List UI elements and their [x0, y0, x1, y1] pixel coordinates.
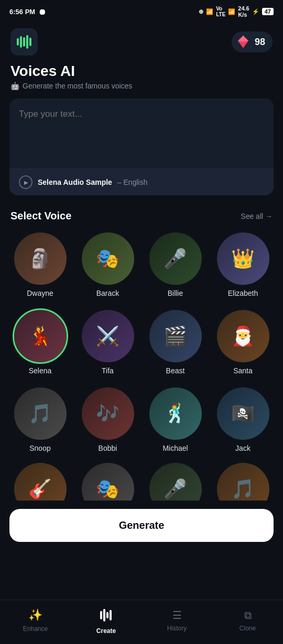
- voice-item-partial[interactable]: 🎤: [142, 459, 209, 501]
- nav-label-create: Create: [96, 627, 116, 635]
- voice-name: Jack: [235, 444, 251, 452]
- bottom-nav: ✨ Enhance Create ☰ History ⧉ Clone: [0, 599, 283, 644]
- signal-text: VoLTE: [216, 6, 225, 17]
- avatar-circle: 🎭: [82, 232, 134, 285]
- avatar-wrapper: 🗿: [14, 232, 67, 285]
- avatar-circle: 👑: [217, 232, 269, 285]
- voice-item-partial[interactable]: 🎸: [6, 459, 74, 501]
- voice-item-billie[interactable]: 🎤Billie: [142, 228, 209, 304]
- avatar-circle: 🗿: [14, 232, 67, 285]
- voice-name: Tifa: [102, 367, 114, 375]
- voice-name: Beast: [166, 367, 185, 375]
- avatar-wrapper: 🎬: [149, 310, 202, 362]
- voice-name: Michael: [162, 444, 188, 452]
- status-right: ⊕ 📶 VoLTE 📶 24.6K/s ⚡ 47: [199, 5, 274, 18]
- data-speed: 24.6K/s: [238, 5, 249, 18]
- see-all-button[interactable]: See all →: [241, 212, 273, 220]
- text-input[interactable]: [9, 98, 274, 166]
- nav-item-clone[interactable]: ⧉ Clone: [227, 609, 269, 632]
- logo-waves: [17, 35, 31, 49]
- voice-partial-row: 🎸🎭🎤🎵: [0, 459, 283, 501]
- svg-rect-4: [106, 612, 108, 618]
- avatar-wrapper: 🕺: [149, 387, 202, 440]
- voice-item-santa[interactable]: 🎅Santa: [209, 306, 277, 381]
- play-button[interactable]: ▶: [19, 175, 32, 189]
- voice-section-title: Select Voice: [10, 210, 71, 222]
- robot-emoji: 🤖: [10, 82, 19, 90]
- avatar-circle-partial: 🎤: [149, 463, 202, 501]
- voice-name: Bobbi: [99, 444, 117, 452]
- voice-item-beast[interactable]: 🎬Beast: [142, 306, 209, 381]
- subtitle-text: Generate the most famous voices: [23, 82, 132, 90]
- charge-icon: ⚡: [252, 8, 259, 15]
- text-input-section[interactable]: ▶ Selena Audio Sample – English: [9, 98, 274, 195]
- voice-item-partial[interactable]: 🎭: [74, 459, 142, 501]
- voice-name: Barack: [96, 289, 119, 297]
- voice-item-barack[interactable]: 🎭Barack: [74, 228, 142, 304]
- header: 98: [0, 21, 283, 61]
- voice-name: Selena: [29, 367, 52, 375]
- voice-item-bobbi[interactable]: 🎶Bobbi: [74, 383, 142, 459]
- audio-sample-label: Selena Audio Sample: [38, 178, 112, 186]
- time: 6:56 PM: [9, 8, 35, 16]
- avatar-circle: 🎶: [82, 387, 134, 440]
- status-bar: 6:56 PM ⏺ ⊕ 📶 VoLTE 📶 24.6K/s ⚡ 47: [0, 0, 283, 21]
- nav-item-create[interactable]: Create: [85, 606, 127, 635]
- app-subtitle: 🤖 Generate the most famous voices: [10, 82, 273, 90]
- avatar-ring-active: [13, 308, 68, 364]
- credits-pill[interactable]: 98: [232, 31, 273, 52]
- nav-label-clone: Clone: [240, 625, 256, 632]
- voice-item-michael[interactable]: 🕺Michael: [142, 383, 209, 459]
- logo-box: [10, 28, 38, 55]
- avatar-wrapper: 👑: [217, 232, 269, 285]
- voice-name: Santa: [233, 367, 253, 375]
- voice-item-partial[interactable]: 🎵: [209, 459, 277, 501]
- avatar-circle: 🎵: [14, 387, 67, 440]
- voice-name: Billie: [168, 289, 183, 297]
- voice-item-elizabeth[interactable]: 👑Elizabeth: [209, 228, 277, 304]
- voice-item-tifa[interactable]: ⚔️Tifa: [74, 306, 142, 381]
- avatar-wrapper: 🎭: [82, 232, 134, 285]
- diamond-icon: [236, 35, 251, 49]
- voice-item-dwayne[interactable]: 🗿Dwayne: [6, 228, 74, 304]
- status-icon: ⏺: [38, 7, 46, 16]
- voice-section-header: Select Voice See all →: [0, 201, 283, 228]
- app-title: Voices AI: [10, 63, 273, 80]
- avatar-wrapper: 🎤: [149, 232, 202, 285]
- avatar-circle: 🕺: [149, 387, 202, 440]
- voice-item-snoop[interactable]: 🎵Snoop: [6, 383, 74, 459]
- avatar-circle: ⚔️: [82, 310, 134, 362]
- audio-sample-lang: – English: [117, 178, 148, 186]
- svg-rect-5: [110, 610, 112, 620]
- svg-marker-1: [238, 36, 248, 42]
- nav-label-enhance: Enhance: [23, 625, 48, 632]
- wifi-icon: 📶: [206, 8, 213, 15]
- avatar-circle: 🏴‍☠️: [217, 387, 269, 440]
- avatar-circle-partial: 🎸: [14, 463, 67, 501]
- nav-label-history: History: [167, 625, 187, 632]
- nav-item-enhance[interactable]: ✨ Enhance: [15, 608, 57, 632]
- audio-sample-bar[interactable]: ▶ Selena Audio Sample – English: [9, 169, 274, 195]
- avatar-circle: 🎬: [149, 310, 202, 362]
- voice-item-selena[interactable]: 💃Selena: [6, 306, 74, 381]
- battery: 47: [262, 8, 274, 15]
- enhance-icon: ✨: [28, 608, 42, 622]
- avatar-circle-partial: 🎭: [82, 463, 134, 501]
- title-section: Voices AI 🤖 Generate the most famous voi…: [0, 61, 283, 98]
- svg-rect-3: [103, 609, 105, 621]
- voice-item-jack[interactable]: 🏴‍☠️Jack: [209, 383, 277, 459]
- play-icon: ▶: [24, 180, 28, 185]
- avatar-wrapper: 🏴‍☠️: [217, 387, 269, 440]
- generate-btn-wrap: Generate: [0, 501, 283, 548]
- avatar-circle-partial: 🎵: [217, 463, 269, 501]
- avatar-wrapper: 🎵: [14, 387, 67, 440]
- voice-grid: 🗿Dwayne🎭Barack🎤Billie👑Elizabeth💃Selena⚔️…: [0, 228, 283, 459]
- voice-name: Snoop: [29, 444, 50, 452]
- voice-name: Dwayne: [27, 289, 53, 297]
- nav-item-history[interactable]: ☰ History: [156, 609, 198, 632]
- generate-button[interactable]: Generate: [9, 509, 274, 542]
- avatar-wrapper: ⚔️: [82, 310, 134, 362]
- avatar-circle: 🎅: [217, 310, 269, 362]
- avatar-wrapper: 🎶: [82, 387, 134, 440]
- avatar-wrapper: 💃: [14, 310, 67, 362]
